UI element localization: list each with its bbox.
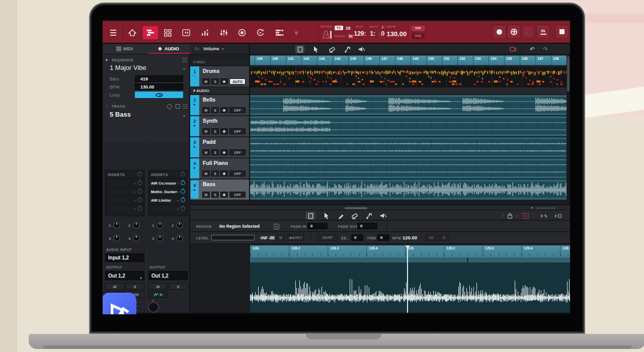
insert-power-icon[interactable] xyxy=(181,198,185,202)
solo-button-right[interactable]: S xyxy=(169,283,188,290)
playhead-marker[interactable] xyxy=(405,245,410,251)
track-color-strip[interactable]: 2▸ xyxy=(190,116,199,136)
output-field-right[interactable]: Out 1,2 xyxy=(148,271,188,280)
tap-button[interactable]: TAP xyxy=(412,26,425,31)
track-row-bells[interactable]: 1▸ Bells M S OFF xyxy=(190,95,250,115)
home-icon[interactable] xyxy=(127,27,138,38)
drums-midi-clip[interactable] xyxy=(250,67,570,87)
track-record-button[interactable] xyxy=(220,107,228,113)
track-collapse-icon[interactable]: › xyxy=(106,104,108,109)
knob-icon[interactable] xyxy=(113,222,120,229)
main-menu-icon[interactable] xyxy=(108,27,119,38)
track-name[interactable]: 5 Bass xyxy=(110,111,131,118)
redo-icon[interactable]: ↷ xyxy=(541,45,550,53)
region-value[interactable]: No Region Selected xyxy=(219,224,260,229)
sampler-icon[interactable] xyxy=(181,27,192,38)
track-record-button[interactable] xyxy=(220,149,228,155)
level-db-value[interactable]: -INF dB xyxy=(260,235,275,240)
insert-knob[interactable]: 2 xyxy=(168,219,188,232)
track-row-drums[interactable]: 1∷ Drums M S AUTO xyxy=(190,66,250,86)
insert-power-icon[interactable] xyxy=(181,189,185,194)
undo-icon[interactable]: ↶ xyxy=(528,45,537,53)
pointer-tool-icon[interactable] xyxy=(311,45,320,53)
halve-bpm-button[interactable]: /2 xyxy=(438,234,449,241)
insert-knob[interactable]: 1 xyxy=(105,219,125,232)
reverse-button[interactable]: ◀◀ REV xyxy=(287,234,304,241)
bar-ruler[interactable]: 1391401411421431441451461471481491501511… xyxy=(250,55,570,65)
bpm-value[interactable]: 130.00 xyxy=(386,30,407,38)
editor-beat-ruler[interactable]: 128.128.2128.3128.4129.129.2129.3129.413… xyxy=(250,245,570,257)
track-row-bass-selected[interactable]: 5▸ Bass M S OFF xyxy=(190,180,250,200)
insert-slot-empty[interactable]: ▾ xyxy=(106,179,144,188)
loop-region-icon[interactable] xyxy=(509,45,518,53)
mute-button-right[interactable]: M xyxy=(148,283,168,290)
playhead-line[interactable] xyxy=(407,245,408,313)
track-record-button[interactable] xyxy=(220,78,228,84)
track-color-strip[interactable]: 1∷ xyxy=(190,66,199,86)
insert-power-icon[interactable] xyxy=(137,181,142,185)
punch-in-button[interactable]: IN xyxy=(536,25,550,39)
mono-button[interactable]: M xyxy=(277,234,285,241)
track-solo-button[interactable]: S xyxy=(211,78,219,84)
insert-slot[interactable]: Mothe. Ducker▾ xyxy=(149,188,187,196)
padd-audio-clip[interactable] xyxy=(250,137,570,157)
insert-knob[interactable]: 1 xyxy=(148,219,168,232)
channel-mixer-icon[interactable] xyxy=(218,27,229,38)
track-caret-icon[interactable]: ▾ xyxy=(183,114,185,118)
eraser-tool-icon[interactable] xyxy=(350,212,359,220)
track-row-full-piano[interactable]: 4▸ Full Piano M S OFF xyxy=(190,158,250,179)
knob-icon[interactable] xyxy=(133,235,140,242)
bells-audio-clip[interactable] xyxy=(250,95,570,115)
insert-knob[interactable]: 4 xyxy=(168,232,188,245)
pan-knob[interactable] xyxy=(148,302,159,313)
section-header-midi[interactable]: ▾ MIDI xyxy=(190,59,250,65)
splice-tool-icon[interactable] xyxy=(364,212,373,220)
track-record-button[interactable] xyxy=(220,192,228,198)
panel-divider[interactable]: ▼ xyxy=(190,204,570,210)
knob-icon[interactable] xyxy=(176,222,183,229)
insert-power-icon[interactable] xyxy=(181,206,185,211)
track-color-strip[interactable]: 5▸ xyxy=(191,181,199,199)
track-record-icon[interactable] xyxy=(167,104,172,109)
fade-in-field[interactable]: 0 xyxy=(307,223,328,229)
knob-icon[interactable] xyxy=(176,235,183,242)
track-automation-button[interactable]: OFF xyxy=(229,128,246,134)
section-header-audio[interactable]: ▾ AUDIO xyxy=(190,87,250,95)
insert-slot[interactable]: AIR Limiter▾ xyxy=(149,196,187,205)
tc-button[interactable]: TC xyxy=(335,26,343,30)
track-color-strip[interactable]: 1▸ xyxy=(190,95,199,115)
track-mute-button[interactable]: M xyxy=(202,107,210,113)
insert-knob[interactable]: 4 xyxy=(125,232,144,245)
nudge-right-icon[interactable]: › xyxy=(512,212,521,220)
note-value-icon[interactable]: ♪ xyxy=(381,25,384,30)
record-mode-icon[interactable] xyxy=(236,27,248,38)
toolbar-overflow-caret-icon[interactable]: ▾ xyxy=(291,27,302,38)
eraser-tool-icon[interactable] xyxy=(328,45,337,53)
mute-button-left[interactable]: M xyxy=(105,283,124,290)
vertical-scrollbar[interactable] xyxy=(567,55,570,200)
track-monitor-icon[interactable] xyxy=(176,104,180,109)
knob-icon[interactable] xyxy=(133,222,140,229)
track-color-strip[interactable]: 3▸ xyxy=(190,137,199,157)
track-automation-button[interactable]: OFF xyxy=(229,192,246,198)
beat-value[interactable]: 1: xyxy=(370,30,376,37)
track-row-padd[interactable]: 3▸ Padd M S OFF xyxy=(190,137,250,157)
seq-button[interactable]: SEQ xyxy=(412,33,425,39)
zoom-fit-region-icon[interactable] xyxy=(553,212,562,220)
pad-grid-icon[interactable] xyxy=(162,27,173,38)
double-bpm-button[interactable]: X2 xyxy=(426,234,437,241)
zoom-fit-width-icon[interactable] xyxy=(539,212,548,220)
track-automation-button[interactable]: OFF xyxy=(229,107,246,113)
track-mute-button[interactable]: M xyxy=(202,192,210,198)
solo-button-left[interactable]: S xyxy=(125,283,144,290)
tab-audio[interactable]: AUDIO xyxy=(146,44,190,54)
bar-value[interactable]: 129: xyxy=(354,30,366,37)
horizontal-scrollbar-thumb[interactable] xyxy=(345,207,367,209)
insert-power-icon[interactable] xyxy=(137,206,142,211)
inserts-power-icon[interactable] xyxy=(181,172,185,177)
knob-icon[interactable] xyxy=(113,235,120,242)
track-record-button[interactable] xyxy=(220,128,228,134)
track-solo-button[interactable]: S xyxy=(211,149,219,155)
insert-knob[interactable]: 3 xyxy=(105,232,125,245)
loop-toggle[interactable] xyxy=(135,92,183,98)
